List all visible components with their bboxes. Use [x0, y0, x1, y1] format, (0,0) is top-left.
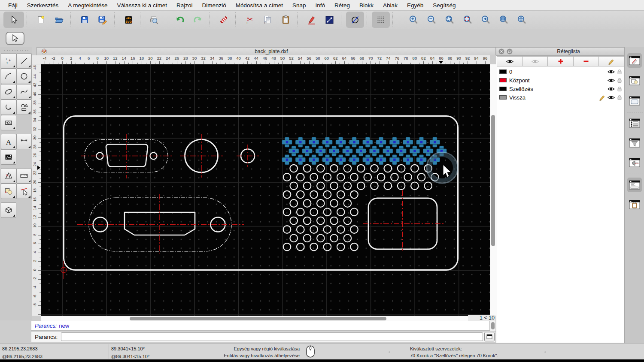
clipboard-window-button[interactable] — [627, 197, 642, 212]
circle-tool-button[interactable] — [346, 12, 364, 28]
drawing-canvas[interactable] — [41, 64, 490, 316]
block-window-button[interactable] — [627, 73, 642, 88]
draw-pencil-button[interactable] — [302, 12, 320, 28]
menu-f-jl[interactable]: Fájl — [3, 2, 22, 9]
tool-ellipse-button[interactable] — [1, 84, 16, 100]
tool-measure-button[interactable] — [1, 168, 16, 184]
tool-ruler-button[interactable] — [16, 168, 32, 184]
tool-hatch-button[interactable] — [1, 115, 16, 130]
delete-eraser-button[interactable] — [215, 12, 233, 28]
zoom-pan-button[interactable] — [513, 12, 531, 28]
layer-row-központ[interactable]: Központ — [496, 76, 624, 84]
canvas-horizontal-scrollbar[interactable] — [41, 316, 468, 321]
hscroll-thumb[interactable] — [130, 317, 386, 320]
select-arrow-button[interactable] — [3, 12, 24, 28]
close-icon[interactable] — [498, 48, 504, 54]
tool-line-button[interactable] — [16, 53, 32, 69]
save-button[interactable] — [76, 12, 94, 28]
svg-export-icon: SVG — [124, 15, 133, 24]
tool-circle-button[interactable] — [16, 69, 32, 84]
cut-scissors-button[interactable]: ✂+ — [240, 12, 258, 28]
canvas-vertical-scrollbar[interactable] — [490, 64, 496, 316]
new-file-button[interactable] — [32, 12, 50, 28]
edit-layer-pencil-button[interactable] — [598, 56, 624, 66]
tool-arc-button[interactable] — [1, 69, 16, 84]
menu-v-lassza-ki-a-c-met[interactable]: Válassza ki a címet — [112, 2, 172, 9]
zoom-selection-button[interactable] — [459, 12, 477, 28]
tool-box-3d-button[interactable] — [1, 202, 16, 218]
tool-modify-button[interactable] — [1, 184, 16, 199]
layer-row-szellőzés[interactable]: Szellőzés — [496, 84, 624, 93]
menu-inf-[interactable]: Infó — [311, 2, 330, 9]
document-window-titlebar[interactable]: back_plate.dxf — [36, 47, 496, 55]
tool-modify-attributes-button[interactable] — [16, 184, 32, 199]
layer-panel-header[interactable]: Réteglista — [496, 48, 624, 56]
save-as-button[interactable] — [94, 12, 112, 28]
library-window-button[interactable] — [627, 94, 642, 108]
redo-button[interactable] — [189, 12, 207, 28]
menu-egy-b[interactable]: Egyéb — [402, 2, 428, 9]
filter-window-button[interactable] — [627, 136, 642, 150]
vscroll-thumb[interactable] — [491, 115, 495, 246]
tool-polygon-button[interactable] — [16, 100, 32, 115]
menu-a-megtekint-se[interactable]: A megtekintése — [63, 2, 112, 9]
layer-lock-icon[interactable] — [617, 77, 622, 83]
layer-visible-eye-icon[interactable] — [608, 78, 615, 83]
zoom-in-button[interactable] — [404, 12, 422, 28]
menu-rajzol[interactable]: Rajzol — [172, 2, 197, 9]
menu-blokk[interactable]: Blokk — [355, 2, 378, 9]
command-window-button[interactable] — [627, 178, 642, 192]
layer-lock-icon[interactable] — [617, 69, 622, 75]
command-input[interactable] — [61, 332, 483, 341]
zoom-window-button[interactable] — [495, 12, 513, 28]
dock-drag-handle[interactable] — [628, 49, 642, 51]
menu-szerkeszt-s[interactable]: Szerkesztés — [22, 2, 64, 9]
copy-button[interactable]: + — [258, 12, 276, 28]
vruler-label: 30 — [33, 133, 37, 142]
menu-m-dos-tsa-a-c-met[interactable]: Módosítsa a címet — [231, 2, 288, 9]
layer-visible-eye-icon[interactable] — [608, 87, 615, 91]
menu-dimenzi-[interactable]: Dimenzió — [197, 2, 231, 9]
layer-lock-icon[interactable] — [617, 86, 622, 92]
zoom-out-button[interactable] — [422, 12, 440, 28]
print-preview-button[interactable] — [145, 12, 163, 28]
undo-button[interactable] — [171, 12, 189, 28]
tool-dimension-button[interactable] — [16, 134, 32, 149]
menu-snap[interactable]: Snap — [288, 2, 311, 9]
grid-toggle-button[interactable] — [372, 12, 390, 28]
zoom-previous-button[interactable] — [477, 12, 495, 28]
open-folder-button[interactable] — [50, 12, 68, 28]
selection-tool-button[interactable] — [6, 32, 24, 45]
remove-layer-minus-button[interactable] — [573, 56, 599, 66]
layer-row-0[interactable]: 0 — [496, 67, 624, 76]
menu-ablak[interactable]: Ablak — [378, 2, 402, 9]
edit-pencil-icon[interactable] — [599, 94, 605, 101]
pen-window-button[interactable] — [627, 53, 642, 68]
command-history-scrollbar[interactable] — [490, 321, 495, 331]
tool-add-points-button[interactable]: +++ — [1, 53, 16, 69]
menu-r-teg[interactable]: Réteg — [330, 2, 355, 9]
svg-export-button[interactable]: SVG — [119, 12, 137, 28]
tool-text-button[interactable]: A — [1, 134, 16, 149]
show-all-eye-button[interactable] — [497, 56, 522, 66]
submenu-corner-triangle — [13, 214, 15, 217]
detach-panel-icon[interactable] — [507, 48, 513, 54]
menu-seg-ts-g[interactable]: Segítség — [428, 2, 460, 9]
add-layer-plus-button[interactable] — [547, 56, 573, 66]
line-tool-button[interactable] — [320, 12, 338, 28]
tool-polyline-button[interactable] — [1, 100, 16, 115]
paste-clipboard-button[interactable] — [276, 12, 295, 28]
layer-visible-eye-icon[interactable] — [608, 95, 615, 100]
palette-drag-handle[interactable] — [3, 50, 29, 51]
zoom-auto-button[interactable] — [440, 12, 459, 28]
hide-all-eye-button[interactable] — [522, 56, 548, 66]
layer-lock-icon[interactable] — [617, 94, 622, 100]
layer-list-window-button[interactable] — [627, 116, 642, 130]
cmdhist-thumb[interactable] — [491, 322, 495, 329]
tool-image-button[interactable] — [1, 149, 16, 165]
view-window-button[interactable] — [627, 155, 642, 170]
layer-visible-eye-icon[interactable] — [608, 69, 615, 74]
command-popout-button[interactable] — [484, 332, 495, 341]
layer-row-vissza[interactable]: Vissza — [496, 93, 624, 102]
tool-spline-button[interactable] — [16, 84, 32, 100]
